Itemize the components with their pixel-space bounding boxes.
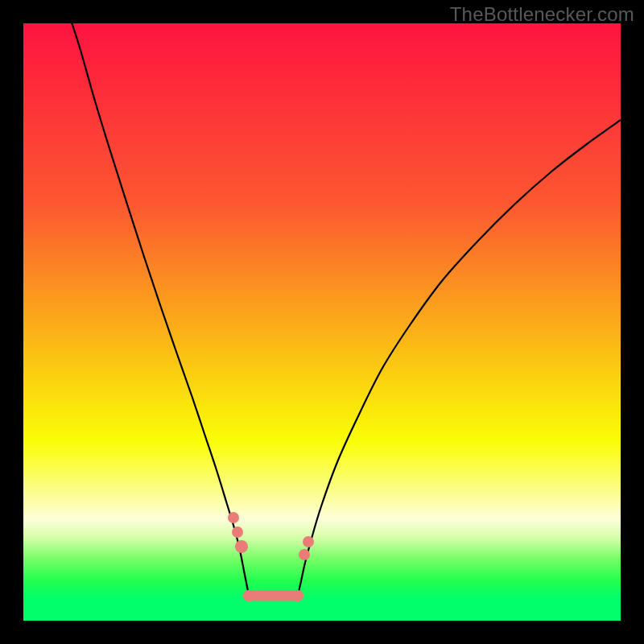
watermark-text: TheBottlenecker.com bbox=[450, 3, 634, 26]
flat-cap-marker-0 bbox=[243, 590, 254, 601]
right-marker-1 bbox=[303, 536, 314, 547]
plot-area bbox=[23, 23, 621, 621]
left-marker-1 bbox=[232, 526, 243, 538]
chart-frame: TheBottlenecker.com bbox=[0, 0, 644, 644]
chart-svg bbox=[23, 23, 621, 621]
left-marker-2 bbox=[235, 540, 248, 553]
gradient-background bbox=[23, 23, 621, 621]
left-marker-0 bbox=[228, 512, 239, 523]
flat-cap-marker-1 bbox=[292, 590, 303, 601]
right-marker-0 bbox=[299, 549, 310, 560]
